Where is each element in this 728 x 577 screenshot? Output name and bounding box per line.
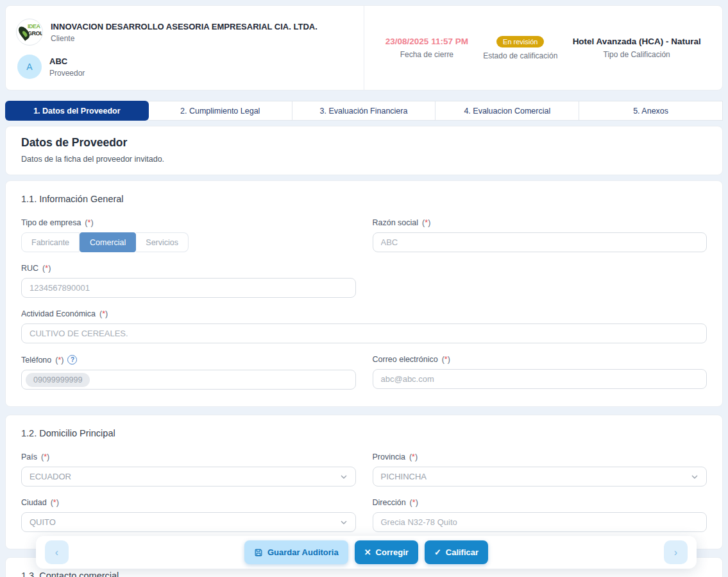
close-date-value: 23/08/2025 11:57 PM bbox=[385, 37, 468, 46]
corregir-button[interactable]: ✕ Corregir bbox=[355, 540, 418, 564]
close-icon: ✕ bbox=[364, 548, 371, 556]
chevron-left-icon: ‹ bbox=[55, 547, 58, 558]
header-card: IDEA GROUP INNOVACION DESARROLLO ASESORI… bbox=[5, 5, 723, 90]
actividad-economica-label: Actividad Económica bbox=[21, 309, 96, 318]
field-telefono: Teléfono (*) ? 09099999999 bbox=[21, 355, 356, 390]
segment-fabricante[interactable]: Fabricante bbox=[21, 232, 80, 252]
client-name: INNOVACION DESARROLLO ASESORIA EMPRESARI… bbox=[51, 22, 317, 31]
tab-evaluacion-financiera[interactable]: 3. Evaluación Financiera bbox=[292, 101, 436, 121]
telefono-input[interactable]: 09099999999 bbox=[21, 370, 356, 390]
calificar-label: Calificar bbox=[446, 547, 478, 557]
provincia-value: PICHINCHA bbox=[381, 472, 427, 481]
logo-word-1: IDEA bbox=[28, 24, 43, 30]
chevron-down-icon bbox=[691, 473, 698, 481]
next-step-button[interactable]: › bbox=[664, 540, 688, 564]
field-direccion: Dirección (*) bbox=[373, 498, 707, 532]
status-label: Estado de calificación bbox=[483, 51, 557, 60]
field-actividad-economica: Actividad Económica (*) bbox=[21, 309, 707, 343]
chevron-right-icon: › bbox=[674, 547, 677, 558]
qualification-type-stat: Hotel Avanzada (HCA) - Natural Tipo de C… bbox=[573, 37, 701, 59]
chevron-down-icon bbox=[340, 519, 348, 526]
razon-social-label: Razón social bbox=[373, 218, 419, 227]
ruc-input[interactable] bbox=[21, 278, 356, 298]
provider-role: Proveedor bbox=[49, 69, 85, 78]
prev-step-button[interactable]: ‹ bbox=[45, 540, 69, 564]
qualification-type-label: Tipo de Calificación bbox=[573, 50, 701, 59]
razon-social-input[interactable] bbox=[373, 232, 707, 252]
guardar-auditoria-button[interactable]: Guardar Auditoria bbox=[244, 540, 348, 564]
ciudad-value: QUITO bbox=[30, 517, 56, 527]
logo-word-2: GROUP bbox=[28, 31, 43, 37]
actividad-economica-input[interactable] bbox=[21, 323, 707, 343]
client-role: Cliente bbox=[51, 34, 317, 43]
provincia-select[interactable]: PICHINCHA bbox=[373, 467, 707, 487]
section-informacion-general: 1.1. Información General Tipo de empresa… bbox=[5, 180, 723, 407]
wizard-tabs: 1. Datos del Proveedor 2. Cumplimiento L… bbox=[5, 101, 723, 121]
field-ciudad: Ciudad (*) QUITO bbox=[21, 498, 356, 532]
pais-select[interactable]: ECUADOR bbox=[21, 467, 356, 487]
tab-cumplimiento-legal[interactable]: 2. Cumplimiento Legal bbox=[149, 101, 292, 121]
close-date-stat: 23/08/2025 11:57 PM Fecha de cierre bbox=[385, 37, 468, 59]
check-icon: ✓ bbox=[434, 548, 441, 556]
section-domicilio-principal: 1.2. Domicilio Principal País (*) ECUADO… bbox=[5, 415, 723, 549]
provider-avatar: A bbox=[17, 55, 42, 79]
provincia-label: Provincia bbox=[373, 452, 405, 461]
corregir-label: Corregir bbox=[376, 547, 409, 557]
status-stat: En revisión Estado de calificación bbox=[483, 35, 557, 60]
section-title-1-3: 1.3. Contacto comercial bbox=[21, 571, 707, 577]
status-badge: En revisión bbox=[496, 36, 544, 47]
pais-value: ECUADOR bbox=[30, 472, 71, 481]
ciudad-select[interactable]: QUITO bbox=[21, 512, 356, 532]
ruc-label: RUC bbox=[21, 264, 38, 273]
calificar-button[interactable]: ✓ Calificar bbox=[425, 540, 488, 564]
direccion-label: Dirección bbox=[373, 498, 406, 507]
page-title-card: Datos de Proveedor Datos de la ficha del… bbox=[5, 126, 723, 175]
tab-evaluacion-comercial[interactable]: 4. Evaluacion Comercial bbox=[436, 101, 579, 121]
correo-input[interactable] bbox=[373, 369, 707, 389]
header-parties: IDEA GROUP INNOVACION DESARROLLO ASESORI… bbox=[6, 6, 364, 90]
qualification-type-value: Hotel Avanzada (HCA) - Natural bbox=[573, 37, 701, 46]
field-ruc: RUC (*) bbox=[21, 264, 356, 298]
provider-row: A ABC Proveedor bbox=[16, 55, 353, 79]
direccion-input[interactable] bbox=[373, 512, 707, 532]
pais-label: País bbox=[21, 452, 37, 461]
section-title-1-1: 1.1. Información General bbox=[21, 194, 707, 204]
telefono-chip: 09099999999 bbox=[26, 373, 90, 387]
header-stats: 23/08/2025 11:57 PM Fecha de cierre En r… bbox=[364, 6, 723, 90]
provider-name: ABC bbox=[49, 56, 85, 66]
ciudad-label: Ciudad bbox=[21, 498, 47, 507]
client-row: IDEA GROUP INNOVACION DESARROLLO ASESORI… bbox=[16, 19, 353, 46]
idea-group-logo: IDEA GROUP bbox=[16, 19, 43, 46]
correo-label: Correo electrónico bbox=[373, 355, 438, 364]
save-icon bbox=[254, 548, 263, 557]
page-subtitle: Datos de la ficha del proveedor invitado… bbox=[21, 155, 707, 164]
close-date-label: Fecha de cierre bbox=[385, 50, 468, 59]
tipo-empresa-segmented: Fabricante Comercial Servicios bbox=[21, 232, 356, 252]
field-tipo-de-empresa: Tipo de empresa (*) Fabricante Comercial… bbox=[21, 218, 356, 252]
guardar-auditoria-label: Guardar Auditoria bbox=[267, 547, 339, 557]
telefono-label: Teléfono bbox=[21, 356, 51, 365]
field-correo: Correo electrónico (*) bbox=[373, 355, 707, 390]
tipo-empresa-label: Tipo de empresa bbox=[21, 218, 81, 227]
tab-datos-del-proveedor[interactable]: 1. Datos del Proveedor bbox=[5, 101, 149, 121]
page-title: Datos de Proveedor bbox=[21, 136, 707, 150]
field-pais: País (*) ECUADOR bbox=[21, 452, 356, 487]
field-provincia: Provincia (*) PICHINCHA bbox=[373, 452, 707, 487]
floating-action-bar: ‹ Guardar Auditoria ✕ Corregir ✓ Calific… bbox=[36, 536, 697, 569]
tab-anexos[interactable]: 5. Anexos bbox=[579, 101, 723, 121]
help-icon[interactable]: ? bbox=[67, 355, 77, 365]
chevron-down-icon bbox=[340, 473, 348, 481]
section-title-1-2: 1.2. Domicilio Principal bbox=[21, 428, 707, 438]
segment-comercial[interactable]: Comercial bbox=[80, 232, 136, 252]
segment-servicios[interactable]: Servicios bbox=[136, 232, 189, 252]
field-razon-social: Razón social (*) bbox=[373, 218, 707, 252]
